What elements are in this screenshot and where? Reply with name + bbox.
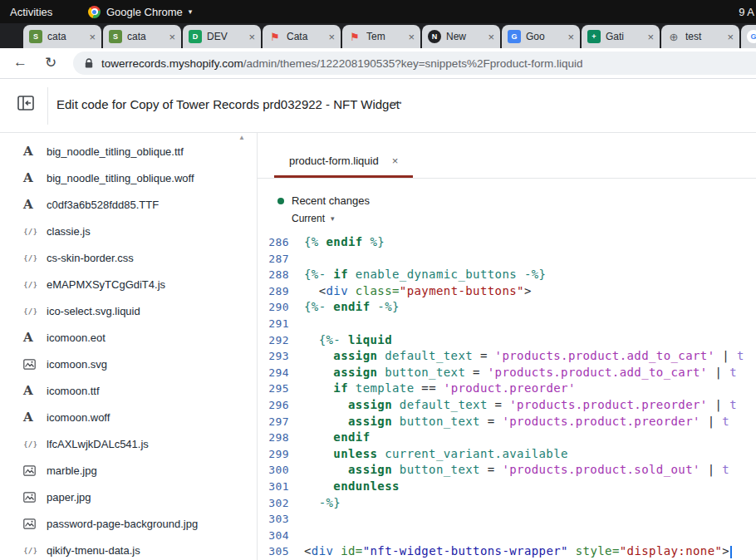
file-name: big_noodle_titling_oblique.woff — [47, 172, 194, 184]
line-text: endunless — [297, 479, 400, 495]
tab-label: DEV — [207, 31, 245, 42]
code-line[interactable]: 292 {%- liquid — [258, 332, 756, 349]
address-bar[interactable]: towerrecords.myshopify.com/admin/themes/… — [73, 52, 756, 75]
chrome-logo-icon — [88, 6, 101, 18]
code-file-icon: {/} — [23, 546, 42, 555]
activities-button[interactable]: Activities — [10, 6, 52, 18]
code-line[interactable]: 298 endif — [258, 430, 756, 446]
code-line[interactable]: 300 assign button_text = 'products.produ… — [258, 462, 756, 479]
browser-tab[interactable]: ⊕test× — [661, 25, 739, 48]
code-line[interactable]: 293 assign default_text = 'products.prod… — [258, 348, 756, 365]
code-file-icon: {/} — [23, 307, 42, 316]
file-item[interactable]: marble.jpg — [0, 457, 257, 484]
line-number: 288 — [258, 267, 297, 283]
chrome-app-menu[interactable]: Google Chrome ▾ — [88, 6, 192, 18]
code-line[interactable]: 297 assign button_text = 'products.produ… — [258, 414, 756, 430]
file-item[interactable]: {/}lfcAXLwjkDALc541.js — [0, 430, 257, 457]
tab-label: Tem — [366, 31, 405, 42]
browser-tab[interactable]: Scata× — [23, 25, 101, 48]
browser-tab[interactable]: ⚑Cata× — [263, 25, 341, 48]
text-cursor — [730, 546, 732, 558]
code-line[interactable]: 289 <div class="payment-buttons"> — [258, 283, 756, 300]
file-item[interactable]: {/}classie.js — [0, 218, 257, 244]
line-text — [297, 528, 304, 544]
file-name: icomoon.woff — [47, 411, 110, 424]
file-item[interactable]: password-page-background.jpg — [0, 510, 257, 537]
shopify-icon: S — [109, 30, 122, 43]
file-item[interactable]: Aicomoon.woff — [0, 404, 257, 430]
file-item[interactable]: Abig_noodle_titling_oblique.woff — [0, 165, 257, 191]
line-number: 297 — [258, 414, 297, 430]
code-line[interactable]: 303 — [258, 511, 756, 528]
close-icon[interactable]: × — [567, 31, 574, 43]
status-dot-icon — [277, 198, 284, 204]
browser-tab[interactable]: ⚑Tem× — [342, 25, 420, 48]
line-number: 287 — [258, 251, 297, 268]
close-icon[interactable]: × — [408, 31, 415, 43]
line-text: assign button_text = 'products.product.p… — [297, 414, 729, 430]
back-button[interactable]: ← — [13, 54, 27, 71]
close-icon[interactable]: × — [647, 31, 654, 43]
file-item[interactable]: Aicomoon.eot — [0, 324, 257, 351]
browser-tab[interactable]: DDEV× — [183, 25, 261, 48]
more-actions-button[interactable]: ••• — [390, 99, 403, 107]
browser-tab[interactable]: NNew× — [422, 25, 500, 48]
code-line[interactable]: 294 assign button_text = 'products.produ… — [258, 365, 756, 381]
code-line[interactable]: 301 endunless — [258, 479, 756, 495]
close-icon[interactable]: × — [169, 31, 175, 43]
screen: Activities Google Chrome ▾ 9 A Scata×Sca… — [0, 0, 756, 560]
file-item[interactable]: {/}cs-skin-border.css — [0, 244, 257, 271]
lock-icon[interactable] — [84, 58, 94, 69]
file-item[interactable]: Abig_noodle_titling_oblique.ttf — [0, 138, 257, 165]
browser-tab[interactable]: +Gati× — [582, 25, 660, 48]
code-line[interactable]: 295 if template == 'product.preorder' — [258, 381, 756, 397]
file-item[interactable]: {/}ico-select.svg.liquid — [0, 297, 257, 324]
code-line[interactable]: 286{% endif %} — [258, 234, 756, 251]
line-text: endif — [297, 430, 370, 446]
file-name: classie.js — [47, 225, 91, 238]
close-icon[interactable]: × — [727, 31, 734, 43]
close-icon[interactable]: × — [89, 31, 96, 43]
editor-file-tab[interactable]: product-form.liquid × — [274, 146, 413, 178]
clock-label[interactable]: 9 A — [739, 6, 754, 18]
close-icon[interactable]: × — [248, 31, 255, 43]
browser-tab[interactable]: Scata× — [103, 25, 181, 48]
font-file-icon: A — [23, 197, 42, 212]
font-file-icon: A — [23, 144, 42, 159]
line-text — [297, 316, 304, 332]
code-line[interactable]: 290{%- endif -%} — [258, 299, 756, 316]
browser-tab[interactable]: G — [741, 25, 756, 48]
code-line[interactable]: 288{%- if enable_dynamic_buttons -%} — [258, 267, 756, 283]
file-item[interactable]: icomoon.svg — [0, 351, 257, 377]
code-line[interactable]: 304 — [258, 528, 756, 544]
dev-icon: D — [189, 30, 202, 43]
version-label: Current — [292, 213, 325, 224]
reload-button[interactable]: ↻ — [45, 54, 56, 71]
code-line[interactable]: 299 unless current_variant.available — [258, 446, 756, 463]
toggle-sidebar-button[interactable] — [14, 93, 37, 116]
browser-tab[interactable]: GGoo× — [502, 25, 580, 48]
code-line[interactable]: 305<div id="nft-widget-buttons-wrapper" … — [258, 543, 756, 560]
font-file-icon: A — [23, 410, 42, 425]
close-icon[interactable]: × — [488, 31, 494, 43]
close-icon[interactable]: × — [328, 31, 335, 43]
file-item[interactable]: {/}qikify-tmenu-data.js — [0, 537, 257, 560]
file-item[interactable]: Aicomoon.ttf — [0, 377, 257, 404]
version-dropdown[interactable]: Current ▾ — [292, 213, 370, 224]
code-line[interactable]: 287 — [258, 251, 756, 268]
line-text: assign button_text = 'products.product.s… — [297, 462, 729, 479]
file-item[interactable]: {/}eMAPMXSyTCgGdiT4.js — [0, 271, 257, 297]
url-text: towerrecords.myshopify.com/admin/themes/… — [101, 57, 582, 70]
file-name: eMAPMXSyTCgGdiT4.js — [47, 278, 165, 291]
chevron-down-icon: ▾ — [331, 214, 335, 223]
file-item[interactable]: paper.jpg — [0, 484, 257, 510]
code-line[interactable]: 291 — [258, 316, 756, 332]
file-item[interactable]: Ac0df3a6b528fdd85.TTF — [0, 191, 257, 218]
code-area[interactable]: 286{% endif %}287288{%- if enable_dynami… — [258, 234, 756, 560]
line-number: 304 — [258, 528, 297, 544]
scrollbar-up-icon[interactable]: ▲ — [238, 134, 245, 141]
code-line[interactable]: 296 assign default_text = 'products.prod… — [258, 397, 756, 414]
close-icon[interactable]: × — [392, 155, 399, 167]
google-docs-icon: G — [508, 30, 521, 43]
code-line[interactable]: 302 -%} — [258, 495, 756, 512]
